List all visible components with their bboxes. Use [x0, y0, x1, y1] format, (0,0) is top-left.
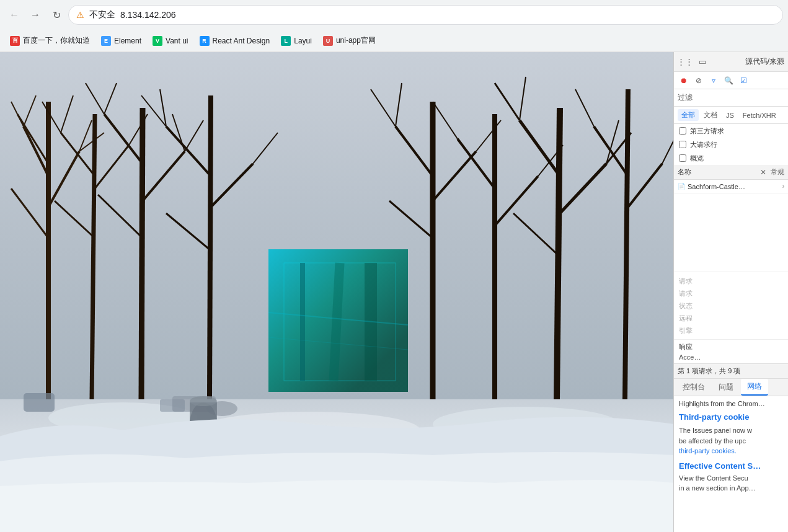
- issues-panel: Highlights from the Chrom… Third-party c…: [674, 396, 788, 532]
- bookmark-uniapp-label: uni-app官网: [336, 35, 376, 46]
- effective-title[interactable]: Effective Content S…: [679, 461, 783, 471]
- uniapp-icon: U: [323, 36, 333, 46]
- main-area: ⋮⋮ ▭ 源代码/来源 ⏺ ⊘ ▿ 🔍 ☑ 过滤 全部 文档 JS Fetch/…: [0, 52, 788, 532]
- detail-label-4: 远程: [679, 314, 693, 323]
- bookmark-layui-label: Layui: [294, 37, 312, 45]
- winter-scene-svg: [0, 52, 673, 532]
- devtools-toolbar: ⋮⋮ ▭ 源代码/来源: [674, 52, 788, 72]
- bookmark-layui[interactable]: L Layui: [276, 33, 317, 48]
- tab-issues[interactable]: 问题: [712, 379, 740, 395]
- detail-label-5: 引擎: [679, 326, 693, 335]
- detail-row-1: 请求: [679, 275, 783, 287]
- column-header: 名称 ✕ 常规: [674, 165, 788, 180]
- effective-desc: View the Content Secu in a new section i…: [679, 473, 783, 494]
- status-bar: 第 1 项请求，共 9 项: [674, 363, 788, 378]
- bookmarks-bar: 百 百度一下，你就知道 E Element V Vant ui R React …: [0, 30, 788, 52]
- filter-tabs: 全部 文档 JS Fetch/XHR: [674, 107, 788, 124]
- checkbox-overview: 概览: [674, 151, 788, 165]
- filter-label-row: 过滤: [674, 89, 788, 107]
- large-request-checkbox[interactable]: [679, 141, 686, 148]
- detail-label-1: 请求: [679, 277, 693, 286]
- checkbox-large-request: 大请求行: [674, 138, 788, 151]
- url-display: 8.134.142.206: [120, 10, 176, 20]
- overview-label: 概览: [690, 154, 704, 163]
- request-file-name: Sachform-Castle…: [688, 183, 780, 190]
- baidu-icon: 百: [10, 36, 20, 46]
- filter-funnel-button[interactable]: ▿: [707, 74, 720, 87]
- source-label: 源代码/来源: [745, 56, 784, 67]
- response-section: 响应 Acce…: [674, 339, 788, 363]
- close-panel-button[interactable]: ✕: [758, 167, 768, 177]
- layui-icon: L: [281, 36, 291, 46]
- devtools-panel: ⋮⋮ ▭ 源代码/来源 ⏺ ⊘ ▿ 🔍 ☑ 过滤 全部 文档 JS Fetch/…: [673, 52, 788, 532]
- column-name-label: 名称: [678, 167, 756, 177]
- filter-tab-fetch[interactable]: Fetch/XHR: [739, 110, 780, 120]
- security-icon: ⚠: [76, 10, 84, 20]
- svg-rect-61: [24, 393, 55, 412]
- forward-button[interactable]: →: [26, 6, 45, 24]
- checkbox-icon-button[interactable]: ☑: [737, 74, 750, 87]
- refresh-button[interactable]: ↻: [47, 6, 66, 24]
- vant-icon: V: [153, 36, 162, 46]
- column-extra-label: 常规: [771, 167, 784, 177]
- svg-line-71: [334, 263, 340, 381]
- response-item-label: Acce…: [679, 353, 701, 361]
- back-button[interactable]: ←: [5, 6, 24, 24]
- bookmark-element-label: Element: [114, 37, 141, 45]
- bookmark-baidu[interactable]: 百 百度一下，你就知道: [5, 33, 95, 48]
- svg-rect-64: [160, 399, 185, 412]
- detail-row-2: 请求: [679, 287, 783, 299]
- overview-checkbox[interactable]: [679, 154, 686, 162]
- detail-label-3: 状态: [679, 301, 693, 311]
- detail-row-5: 引擎: [679, 324, 783, 337]
- large-request-label: 大请求行: [690, 140, 717, 149]
- bookmark-element[interactable]: E Element: [96, 33, 146, 48]
- detail-row-3: 状态: [679, 299, 783, 312]
- bookmark-vant[interactable]: V Vant ui: [148, 33, 193, 48]
- bookmark-baidu-label: 百度一下，你就知道: [23, 35, 90, 46]
- filter-tab-doc[interactable]: 文档: [700, 109, 721, 121]
- tab-console[interactable]: 控制台: [676, 379, 711, 395]
- detail-row-4: 远程: [679, 312, 783, 324]
- action-icons-row: ⏺ ⊘ ▿ 🔍 ☑: [674, 72, 788, 89]
- svg-line-18: [141, 108, 143, 399]
- status-text: 第 1 项请求，共 9 项: [678, 366, 740, 376]
- bookmark-react-ant[interactable]: R React Ant Design: [195, 33, 275, 48]
- record-button[interactable]: ⏺: [678, 74, 690, 87]
- response-label: 响应: [679, 342, 783, 352]
- third-party-issue-title[interactable]: Third-party cookie: [679, 412, 783, 422]
- filter-text: 过滤: [678, 92, 693, 103]
- svg-point-67: [190, 396, 217, 406]
- devtools-layout-icon[interactable]: ▭: [695, 55, 710, 69]
- response-item-1: Acce…: [679, 353, 783, 361]
- third-party-issue-desc: The Issues panel now w be affected by th…: [679, 425, 783, 456]
- svg-line-26: [210, 95, 211, 399]
- bookmark-vant-label: Vant ui: [166, 37, 188, 45]
- svg-line-11: [92, 114, 95, 399]
- bookmark-uniapp[interactable]: U uni-app官网: [318, 33, 381, 48]
- request-details: 请求 请求 状态 远程 引擎: [674, 272, 788, 339]
- bottom-tabs: 控制台 问题 网络: [674, 378, 788, 396]
- webpage-content: [0, 52, 673, 532]
- devtools-grid-icon[interactable]: ⋮⋮: [678, 55, 693, 69]
- third-party-checkbox[interactable]: [679, 127, 686, 135]
- snow-scene: [0, 52, 673, 532]
- nav-bar: ← → ↻ ⚠ 不安全 8.134.142.206: [0, 0, 788, 30]
- detail-label-2: 请求: [679, 289, 693, 298]
- checkbox-third-party: 第三方请求: [674, 124, 788, 138]
- third-party-label: 第三方请求: [690, 126, 724, 136]
- search-button[interactable]: 🔍: [722, 74, 735, 87]
- react-ant-icon: R: [200, 36, 210, 46]
- element-icon: E: [101, 36, 111, 46]
- third-party-link[interactable]: third-party cookies.: [679, 447, 737, 454]
- file-icon: 📄: [678, 183, 685, 190]
- filter-tab-all[interactable]: 全部: [678, 109, 699, 121]
- request-item[interactable]: 📄 Sachform-Castle… ›: [674, 180, 788, 193]
- tab-network[interactable]: 网络: [741, 379, 768, 396]
- address-bar[interactable]: ⚠ 不安全 8.134.142.206: [68, 5, 783, 25]
- security-label: 不安全: [89, 9, 115, 20]
- clear-button[interactable]: ⊘: [693, 74, 705, 87]
- filter-tab-js[interactable]: JS: [722, 110, 738, 120]
- highlights-text: Highlights from the Chrom…: [679, 400, 783, 407]
- request-list[interactable]: 📄 Sachform-Castle… ›: [674, 180, 788, 272]
